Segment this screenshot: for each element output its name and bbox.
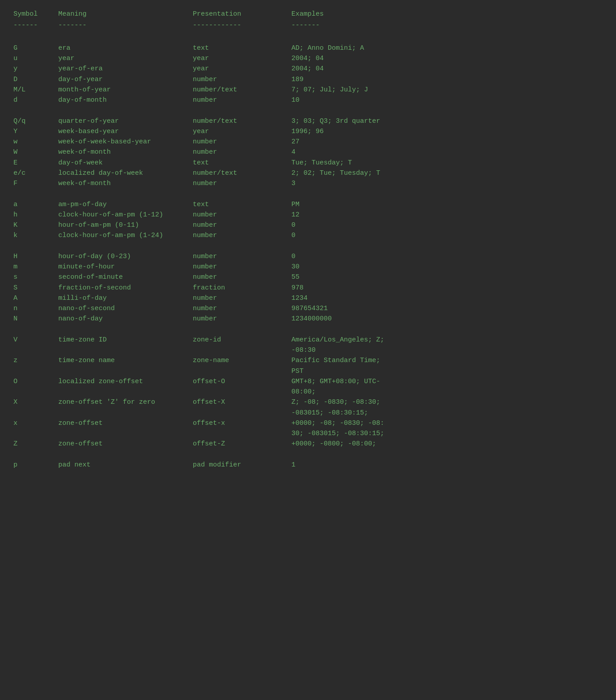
table-row: dday-of-monthnumber10 xyxy=(13,95,603,105)
table-row: ssecond-of-minutenumber55 xyxy=(13,272,603,282)
cell-examples: 55 xyxy=(291,272,603,282)
cell-symbol: m xyxy=(13,262,58,272)
cell-symbol: y xyxy=(13,64,58,74)
cell-symbol: s xyxy=(13,272,58,282)
table-row: Hhour-of-day (0-23)number0 xyxy=(13,251,603,262)
cell-symbol: A xyxy=(13,293,58,303)
cell-meaning: milli-of-day xyxy=(58,293,193,303)
cell-presentation: number xyxy=(193,272,291,282)
cell-meaning: time-zone name xyxy=(58,355,193,376)
cell-presentation: offset-Z xyxy=(193,439,291,449)
cell-presentation: number xyxy=(193,147,291,157)
cell-examples: 0 xyxy=(291,230,603,241)
cell-meaning: week-of-month xyxy=(58,147,193,157)
cell-meaning: year-of-era xyxy=(58,64,193,74)
cell-examples: 987654321 xyxy=(291,303,603,314)
table-row: xzone-offsetoffset-x+0000; -08; -0830; -… xyxy=(13,418,603,439)
cell-presentation: offset-X xyxy=(193,397,291,418)
cell-symbol: a xyxy=(13,199,58,210)
cell-symbol: d xyxy=(13,95,58,105)
table-row: yyear-of-erayear2004; 04 xyxy=(13,64,603,74)
cell-presentation: number/text xyxy=(193,168,291,178)
cell-examples: 0 xyxy=(291,220,603,230)
cell-presentation: number xyxy=(193,137,291,147)
cell-presentation: number xyxy=(193,178,291,189)
cell-symbol: u xyxy=(13,53,58,64)
cell-meaning: hour-of-day (0-23) xyxy=(58,251,193,262)
table-row: Amilli-of-daynumber1234 xyxy=(13,293,603,303)
cell-presentation: number xyxy=(193,230,291,241)
table-row: wweek-of-week-based-yearnumber27 xyxy=(13,137,603,147)
cell-presentation: number xyxy=(193,95,291,105)
cell-presentation: number xyxy=(193,251,291,262)
table-row: Zzone-offsetoffset-Z+0000; -0800; -08:00… xyxy=(13,439,603,449)
cell-presentation: number xyxy=(193,314,291,324)
cell-symbol: h xyxy=(13,210,58,220)
cell-symbol: x xyxy=(13,418,58,439)
cell-examples: 12 xyxy=(291,210,603,220)
cell-meaning: zone-offset 'Z' for zero xyxy=(58,397,193,418)
cell-meaning: nano-of-second xyxy=(58,303,193,314)
cell-examples: +0000; -08; -0830; -08: 30; -083015; -08… xyxy=(291,418,603,439)
cell-examples: Z; -08; -0830; -08:30; -083015; -08:30:1… xyxy=(291,397,603,418)
table-row: kclock-hour-of-am-pm (1-24)number0 xyxy=(13,230,603,241)
cell-presentation: year xyxy=(193,53,291,64)
cell-presentation: fraction xyxy=(193,283,291,293)
cell-presentation: text xyxy=(193,199,291,210)
cell-meaning: localized zone-offset xyxy=(58,376,193,398)
cell-symbol: O xyxy=(13,376,58,398)
section-gap-1 xyxy=(13,105,603,116)
cell-presentation: offset-x xyxy=(193,418,291,439)
table-row: Sfraction-of-secondfraction978 xyxy=(13,283,603,293)
divider-symbol: ------ xyxy=(13,20,58,30)
table-row: Khour-of-am-pm (0-11)number0 xyxy=(13,220,603,230)
header-symbol: Symbol xyxy=(13,9,58,19)
table-row: uyearyear2004; 04 xyxy=(13,53,603,64)
cell-examples: 978 xyxy=(291,283,603,293)
cell-symbol: p xyxy=(13,460,58,470)
cell-meaning: week-of-week-based-year xyxy=(58,137,193,147)
divider-examples: ------- xyxy=(291,20,603,30)
cell-meaning: week-of-month xyxy=(58,178,193,189)
cell-presentation: zone-id xyxy=(193,335,291,356)
cell-presentation: number/text xyxy=(193,85,291,95)
cell-meaning: hour-of-am-pm (0-11) xyxy=(58,220,193,230)
cell-examples: 10 xyxy=(291,95,603,105)
header-examples: Examples xyxy=(291,9,603,19)
cell-presentation: number xyxy=(193,210,291,220)
table-row: Vtime-zone IDzone-idAmerica/Los_Angeles;… xyxy=(13,335,603,356)
cell-presentation: text xyxy=(193,43,291,53)
table-body: GeratextAD; Anno Domini; Auyearyear2004;… xyxy=(13,33,603,471)
cell-presentation: number/text xyxy=(193,116,291,126)
cell-symbol: z xyxy=(13,355,58,376)
cell-symbol: W xyxy=(13,147,58,157)
table-row: Yweek-based-yearyear1996; 96 xyxy=(13,126,603,137)
cell-examples: GMT+8; GMT+08:00; UTC- 08:00; xyxy=(291,376,603,398)
table-row: Q/qquarter-of-yearnumber/text3; 03; Q3; … xyxy=(13,116,603,126)
table-row: Olocalized zone-offsetoffset-OGMT+8; GMT… xyxy=(13,376,603,398)
cell-presentation: year xyxy=(193,126,291,137)
cell-examples: America/Los_Angeles; Z; -08:30 xyxy=(291,335,603,356)
cell-examples: 30 xyxy=(291,262,603,272)
cell-symbol: Y xyxy=(13,126,58,137)
cell-presentation: number xyxy=(193,293,291,303)
table-row: ppad nextpad modifier1 xyxy=(13,460,603,470)
cell-meaning: clock-hour-of-am-pm (1-24) xyxy=(58,230,193,241)
cell-examples: Pacific Standard Time; PST xyxy=(291,355,603,376)
cell-meaning: fraction-of-second xyxy=(58,283,193,293)
cell-presentation: year xyxy=(193,64,291,74)
cell-examples: 27 xyxy=(291,137,603,147)
cell-examples: 189 xyxy=(291,74,603,85)
table-row: M/Lmonth-of-yearnumber/text7; 07; Jul; J… xyxy=(13,85,603,95)
section-gap-0 xyxy=(13,33,603,43)
symbol-table: Symbol Meaning Presentation Examples ---… xyxy=(13,9,603,470)
cell-examples: 2004; 04 xyxy=(291,64,603,74)
cell-symbol: G xyxy=(13,43,58,53)
divider-meaning: ------- xyxy=(58,20,193,30)
cell-symbol: H xyxy=(13,251,58,262)
cell-meaning: zone-offset xyxy=(58,439,193,449)
cell-examples: 3; 03; Q3; 3rd quarter xyxy=(291,116,603,126)
cell-examples: AD; Anno Domini; A xyxy=(291,43,603,53)
cell-meaning: day-of-year xyxy=(58,74,193,85)
cell-examples: Tue; Tuesday; T xyxy=(291,158,603,168)
